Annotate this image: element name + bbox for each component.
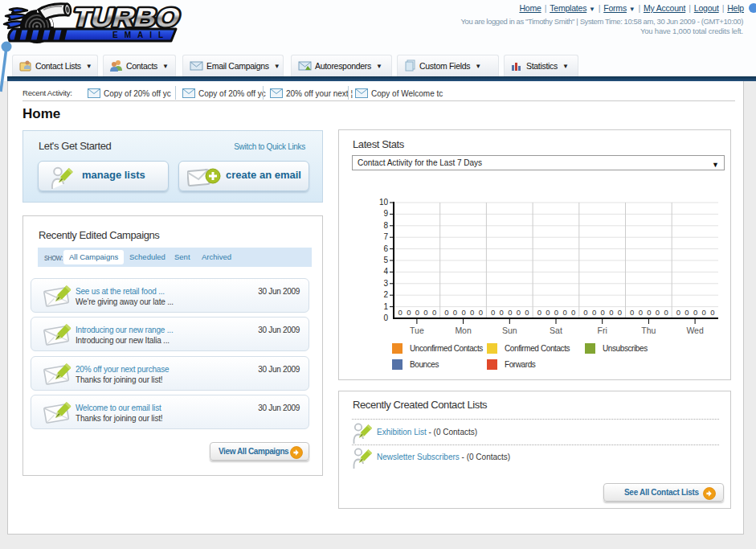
svg-text:4: 4 [383,267,388,276]
svg-text:0: 0 [656,308,660,317]
svg-text:0: 0 [537,308,541,317]
svg-text:0: 0 [423,308,427,317]
svg-text:0: 0 [554,308,558,317]
svg-text:5: 5 [383,256,388,264]
svg-text:0: 0 [684,308,689,317]
svg-text:0: 0 [383,313,388,322]
svg-text:3: 3 [383,279,388,288]
svg-text:0: 0 [546,308,550,317]
svg-text:0: 0 [583,308,587,317]
svg-text:0: 0 [639,308,643,317]
svg-text:0: 0 [491,308,495,317]
svg-text:1: 1 [383,302,388,311]
svg-text:EMAIL: EMAIL [112,31,170,39]
svg-text:0: 0 [479,308,483,317]
svg-text:0: 0 [571,308,575,317]
svg-text:10: 10 [379,198,389,207]
svg-text:0: 0 [693,308,697,317]
svg-text:8: 8 [383,221,388,230]
svg-text:0: 0 [415,308,419,317]
svg-text:0: 0 [562,308,566,317]
svg-text:Thu: Thu [641,326,656,335]
svg-text:0: 0 [525,308,529,317]
svg-text:9: 9 [383,209,388,218]
svg-text:0: 0 [517,308,521,317]
svg-text:7: 7 [383,232,388,241]
svg-text:Mon: Mon [455,326,472,335]
svg-text:0: 0 [407,308,411,317]
svg-text:0: 0 [444,308,448,317]
svg-text:0: 0 [702,308,706,317]
svg-text:0: 0 [500,308,504,317]
svg-text:0: 0 [676,308,680,317]
svg-text:0: 0 [461,308,465,317]
svg-text:2: 2 [383,290,388,299]
svg-text:0: 0 [630,308,634,317]
svg-text:0: 0 [710,308,714,317]
svg-text:Fri: Fri [598,326,607,335]
svg-text:0: 0 [592,308,596,317]
svg-text:0: 0 [432,308,436,317]
svg-text:0: 0 [618,308,622,317]
svg-text:0: 0 [453,308,457,317]
svg-text:Sun: Sun [502,326,517,335]
svg-text:Tue: Tue [410,326,424,335]
svg-text:0: 0 [470,308,474,317]
svg-text:Wed: Wed [686,326,704,335]
svg-text:0: 0 [664,308,668,317]
svg-text:6: 6 [383,244,388,253]
svg-text:Sat: Sat [550,326,562,335]
svg-text:0: 0 [508,308,512,317]
svg-text:0: 0 [647,308,651,317]
svg-text:0: 0 [398,308,403,317]
svg-text:0: 0 [609,308,613,317]
svg-text:0: 0 [601,308,605,317]
